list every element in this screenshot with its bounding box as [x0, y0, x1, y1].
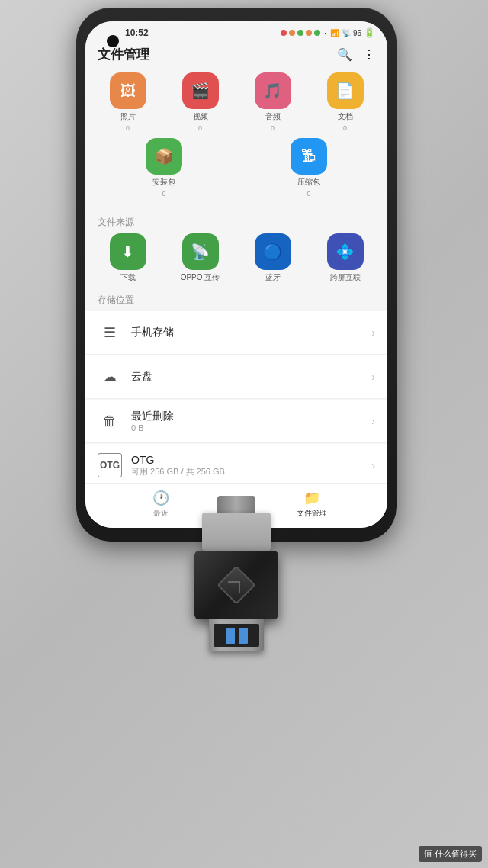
- signal-icon: 📡: [342, 29, 351, 37]
- usb-silver-body-top: [202, 513, 271, 551]
- file-source-section-title: 文件来源: [85, 213, 387, 233]
- status-time: 10:52: [125, 27, 149, 38]
- phone-screen: 10:52 · 📶 📡 96 🔋 文件管理 🔍 ⋮: [85, 21, 387, 528]
- filemanager-nav-icon: 📁: [303, 490, 320, 506]
- storage-phone[interactable]: ☰ 手机存储 ›: [85, 311, 387, 355]
- usb-a-inner: [214, 624, 259, 647]
- usb-logo-diamond: [217, 566, 256, 605]
- app-title: 文件管理: [98, 46, 149, 63]
- audio-label: 音频: [265, 111, 281, 122]
- download-circle: ⬇: [110, 233, 146, 270]
- icon-grid-row2: 📦 安装包 0 🗜 压缩包 0: [95, 138, 378, 198]
- photos-circle: 🖼: [110, 72, 146, 109]
- cloud-name: 云盘: [131, 370, 371, 384]
- source-crossscreen[interactable]: 💠 跨屏互联: [312, 233, 378, 283]
- more-icon[interactable]: ⋮: [363, 47, 375, 62]
- video-circle: 🎬: [182, 72, 219, 109]
- cloud-arrow: ›: [371, 371, 375, 383]
- phone-storage-icon: ☰: [98, 320, 122, 345]
- phone-body: 10:52 · 📶 📡 96 🔋 文件管理 🔍 ⋮: [76, 8, 396, 542]
- watermark-text: 值·什么值得买: [424, 849, 477, 858]
- app-header: 文件管理 🔍 ⋮: [85, 41, 387, 69]
- apk-label: 安装包: [152, 177, 175, 188]
- otg-info: OTG 可用 256 GB / 共 256 GB: [131, 454, 371, 477]
- filemanager-nav-label: 文件管理: [297, 508, 327, 519]
- cloud-info: 云盘: [131, 370, 371, 384]
- recent-nav-icon: 🕐: [152, 490, 169, 506]
- video-label: 视频: [193, 111, 208, 122]
- icon-grid-row1: 🖼 照片 0 🎬 视频 0 🎵 音频 0 📄 文档 0: [95, 72, 378, 132]
- oppo-label: OPPO 互传: [181, 272, 220, 283]
- category-grid: 🖼 照片 0 🎬 视频 0 🎵 音频 0 📄 文档 0: [85, 69, 387, 213]
- docs-label: 文档: [338, 111, 353, 122]
- notif-dot-4: [306, 30, 312, 36]
- trash-icon: 🗑: [98, 409, 122, 433]
- source-download[interactable]: ⬇ 下载: [95, 233, 161, 283]
- separator: ·: [324, 29, 326, 37]
- trash-info: 最近删除 0 B: [131, 410, 371, 432]
- bluetooth-circle: 🔵: [255, 233, 291, 270]
- notif-dot-3: [297, 30, 303, 36]
- storage-section-title: 存储位置: [85, 291, 387, 311]
- storage-cloud[interactable]: ☁ 云盘 ›: [85, 355, 387, 399]
- search-icon[interactable]: 🔍: [337, 47, 352, 62]
- status-icons: · 📶 📡 96 🔋: [281, 27, 375, 38]
- otg-arrow: ›: [371, 459, 375, 471]
- recent-nav-label: 最近: [153, 508, 169, 519]
- audio-circle: 🎵: [255, 72, 291, 109]
- storage-trash[interactable]: 🗑 最近删除 0 B ›: [85, 400, 387, 443]
- watermark: 值·什么值得买: [419, 846, 482, 862]
- phone-storage-info: 手机存储: [131, 326, 371, 339]
- storage-section: ☰ 手机存储 › ☁ 云盘 › 🗑 最近删除 0 B: [85, 311, 387, 494]
- crossscreen-circle: 💠: [327, 233, 364, 270]
- zip-circle: 🗜: [291, 138, 327, 175]
- usb-chevron: [228, 581, 240, 593]
- download-label: 下载: [120, 272, 136, 283]
- battery-text: 96: [353, 29, 361, 37]
- photos-count: 0: [126, 124, 130, 132]
- phone-storage-name: 手机存储: [131, 326, 371, 339]
- crossscreen-label: 跨屏互联: [330, 272, 361, 283]
- header-icons: 🔍 ⋮: [337, 47, 375, 62]
- icon-audio[interactable]: 🎵 音频 0: [239, 72, 306, 132]
- icon-video[interactable]: 🎬 视频 0: [167, 72, 233, 132]
- otg-icon: OTG: [98, 453, 122, 477]
- wifi-icon: 📶: [330, 29, 339, 37]
- camera-punch-hole: [107, 35, 119, 47]
- usb-pin-1: [226, 628, 235, 644]
- usb-pin-2: [239, 628, 248, 644]
- source-bluetooth[interactable]: 🔵 蓝牙: [239, 233, 306, 283]
- video-count: 0: [198, 124, 202, 132]
- notif-dot-1: [281, 30, 287, 36]
- phone-storage-arrow: ›: [371, 326, 375, 339]
- photos-label: 照片: [120, 111, 136, 122]
- icon-apk[interactable]: 📦 安装包 0: [95, 138, 233, 198]
- source-grid: ⬇ 下载 📡 OPPO 互传 🔵 蓝牙 💠 跨屏互联: [85, 233, 387, 291]
- usb-a-connector: [209, 619, 264, 651]
- storage-otg[interactable]: OTG OTG 可用 256 GB / 共 256 GB ›: [85, 444, 387, 487]
- usb-top-connector: [217, 496, 255, 513]
- battery-icon: 🔋: [364, 27, 375, 38]
- notif-dot-2: [289, 30, 295, 36]
- usb-drive: [175, 496, 297, 651]
- docs-count: 0: [343, 124, 347, 132]
- icon-docs[interactable]: 📄 文档 0: [312, 72, 378, 132]
- icon-photos[interactable]: 🖼 照片 0: [95, 72, 161, 132]
- bluetooth-label: 蓝牙: [265, 272, 281, 283]
- audio-count: 0: [271, 124, 274, 132]
- apk-circle: 📦: [146, 138, 182, 175]
- source-oppo[interactable]: 📡 OPPO 互传: [167, 233, 233, 283]
- docs-circle: 📄: [327, 72, 364, 109]
- cloud-icon: ☁: [98, 365, 122, 389]
- trash-sub: 0 B: [131, 423, 371, 432]
- zip-count: 0: [307, 190, 310, 198]
- oppo-circle: 📡: [182, 233, 219, 270]
- usb-black-body: [194, 551, 278, 619]
- status-bar: 10:52 · 📶 📡 96 🔋: [85, 21, 387, 41]
- otg-name: OTG: [131, 454, 371, 466]
- otg-sub: 可用 256 GB / 共 256 GB: [131, 466, 371, 477]
- notif-dot-5: [314, 30, 320, 36]
- trash-arrow: ›: [371, 415, 375, 427]
- zip-label: 压缩包: [297, 177, 320, 188]
- icon-zip[interactable]: 🗜 压缩包 0: [239, 138, 378, 198]
